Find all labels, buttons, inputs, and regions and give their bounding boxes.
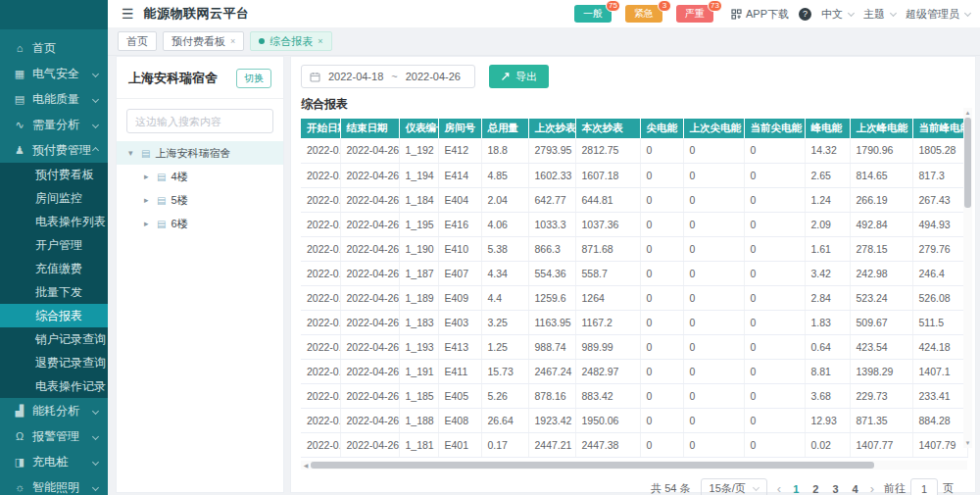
table-cell: 15.73 <box>481 359 528 383</box>
caret-down-icon[interactable]: ▾ <box>128 148 136 158</box>
scroll-left-icon[interactable]: ◀ <box>301 462 311 469</box>
page-number-2[interactable]: 2 <box>812 483 818 495</box>
page-size-select[interactable]: 15条/页 <box>701 478 767 495</box>
sidebar-item-demand-analysis[interactable]: ∿需量分析 <box>0 112 108 137</box>
app-download-button[interactable]: APP下载 <box>731 7 789 22</box>
tree-node-floor[interactable]: ▸▤4楼 <box>117 165 283 188</box>
horizontal-scroll-thumb[interactable] <box>311 462 874 469</box>
sidebar-subitem[interactable]: 电表操作列表 <box>0 210 108 233</box>
table-cell: E405 <box>438 383 481 408</box>
sidebar-item-power-quality[interactable]: ▤电能质量 <box>0 86 108 112</box>
caret-right-icon[interactable]: ▸ <box>144 172 152 181</box>
table-cell: 0 <box>744 432 805 457</box>
table-cell: 0 <box>744 334 805 359</box>
sidebar-item-electrical-safety[interactable]: ▦电气安全 <box>0 61 108 86</box>
table-cell: 0 <box>640 285 683 310</box>
column-header: 峰电能 <box>805 119 850 138</box>
goto-unit: 页 <box>943 481 954 495</box>
page-number-4[interactable]: 4 <box>853 483 858 495</box>
table-cell: 2447.38 <box>575 432 640 457</box>
scroll-up-icon[interactable]: ▲ <box>965 108 971 118</box>
tab-comprehensive-report[interactable]: 综合报表× <box>250 31 331 51</box>
table-cell: 0 <box>640 383 683 408</box>
prev-page-button[interactable]: ‹ <box>777 481 781 495</box>
date-separator: ~ <box>391 71 397 82</box>
sidebar-item-charging-pile[interactable]: ◨充电桩 <box>0 449 108 474</box>
export-button[interactable]: 导出 <box>489 65 549 88</box>
table-cell: 0 <box>744 261 805 285</box>
menu-collapse-icon[interactable]: ☰ <box>122 6 134 22</box>
table-cell: 1.25 <box>481 334 528 359</box>
user-menu[interactable]: 超级管理员 <box>906 7 970 22</box>
badge-count: 73 <box>708 0 722 12</box>
sidebar-item-energy-analysis[interactable]: ▟能耗分析 <box>0 398 108 423</box>
switch-button[interactable]: 切换 <box>236 69 271 88</box>
theme-select[interactable]: 主题 <box>863 7 896 22</box>
alarm-badge-general[interactable]: 一般75 <box>574 5 612 23</box>
table-cell: 0 <box>640 408 683 432</box>
caret-right-icon[interactable]: ▸ <box>144 219 152 228</box>
sidebar-subitem[interactable]: 退费记录查询 <box>0 351 108 374</box>
table-row: 2022-0...2022-04-26 ...1_193E4131.25988.… <box>301 334 967 359</box>
vertical-scroll-thumb[interactable] <box>964 118 971 208</box>
sidebar-subitem[interactable]: 综合报表 <box>0 304 108 327</box>
next-page-button[interactable]: › <box>870 481 874 495</box>
table-row: 2022-0...2022-04-26 ...1_189E4094.41259.… <box>301 285 967 310</box>
tab-prepaid-dashboard[interactable]: 预付费看板× <box>163 31 244 51</box>
close-icon[interactable]: × <box>318 36 322 46</box>
table-cell: 558.7 <box>575 261 640 285</box>
goto-page-input[interactable] <box>910 478 938 495</box>
scroll-down-icon[interactable]: ▼ <box>965 438 971 448</box>
sidebar-subitem[interactable]: 充值缴费 <box>0 257 108 280</box>
table-cell: 0 <box>683 236 744 261</box>
sidebar-item-alarm-management[interactable]: Ω报警管理 <box>0 423 108 449</box>
table-cell: 2022-0... <box>301 334 340 359</box>
table-cell: 1607.18 <box>575 163 640 187</box>
alarm-badge-urgent[interactable]: 紧急3 <box>625 5 662 23</box>
tab-home[interactable]: 首页 <box>118 31 157 51</box>
page-number-3[interactable]: 3 <box>832 483 838 495</box>
tree-children: ▸▤4楼▸▤5楼▸▤6楼 <box>117 165 283 235</box>
page-number-1[interactable]: 1 <box>793 483 799 495</box>
sidebar-menu: ⌂首页▦电气安全▤电能质量∿需量分析♟预付费管理预付费看板房间监控电表操作列表开… <box>0 29 108 495</box>
sidebar-subitem[interactable]: 电表操作记录 <box>0 374 108 398</box>
sidebar-item-label: 预付费管理 <box>32 142 93 159</box>
table-cell: 2482.97 <box>575 359 640 383</box>
language-select[interactable]: 中文 <box>821 7 854 22</box>
table-cell: 1259.6 <box>528 285 575 310</box>
report-panel: 2022-04-18 ~ 2022-04-26 导出 综合报表 开始日期结束日期… <box>290 56 976 493</box>
table-cell: 0 <box>640 310 683 334</box>
table-cell: E409 <box>438 285 481 310</box>
date-end-value[interactable]: 2022-04-26 <box>406 71 461 82</box>
sidebar-item-prepaid-management[interactable]: ♟预付费管理 <box>0 137 108 163</box>
caret-right-icon[interactable]: ▸ <box>144 195 152 205</box>
sidebar-subitem[interactable]: 开户管理 <box>0 233 108 257</box>
table-cell: 1_189 <box>399 285 438 310</box>
help-icon[interactable]: ? <box>799 8 811 21</box>
sidebar-subitem[interactable]: 销户记录查询 <box>0 327 108 351</box>
tab-bar: 首页预付费看板×综合报表× <box>108 27 980 56</box>
sidebar-item-smart-lighting[interactable]: ☼智能照明 <box>0 474 108 495</box>
tree-search-input[interactable] <box>126 109 273 133</box>
table-cell: 4.85 <box>481 163 528 187</box>
alarm-badge-severe[interactable]: 严重73 <box>676 5 713 23</box>
tree-node-root[interactable]: ▾ ▤ 上海安科瑞宿舍 <box>117 141 283 165</box>
sidebar-subitem[interactable]: 批量下发 <box>0 280 108 304</box>
sidebar-item-home[interactable]: ⌂首页 <box>0 35 108 61</box>
table-cell: 0 <box>683 261 744 285</box>
alarm-badges: 一般75紧急3严重73 <box>574 5 713 23</box>
table-cell: 1_181 <box>399 432 438 457</box>
pagination: 共 54 条 15条/页 ‹ 1234 › 前往 页 <box>301 478 965 495</box>
horizontal-scrollbar[interactable]: ◀ <box>301 461 967 470</box>
table-cell: 988.74 <box>528 334 575 359</box>
date-start-value[interactable]: 2022-04-18 <box>328 71 383 82</box>
date-range-picker[interactable]: 2022-04-18 ~ 2022-04-26 <box>301 65 475 88</box>
vertical-scrollbar[interactable]: ▲ ▼ <box>963 108 972 448</box>
tree-node-floor[interactable]: ▸▤5楼 <box>117 188 283 212</box>
table-cell: 1407.1 <box>912 359 967 383</box>
chevron-down-icon <box>92 432 99 439</box>
sidebar-subitem[interactable]: 预付费看板 <box>0 163 108 186</box>
tree-node-floor[interactable]: ▸▤6楼 <box>117 212 283 235</box>
close-icon[interactable]: × <box>230 36 235 46</box>
sidebar-subitem[interactable]: 房间监控 <box>0 186 108 210</box>
